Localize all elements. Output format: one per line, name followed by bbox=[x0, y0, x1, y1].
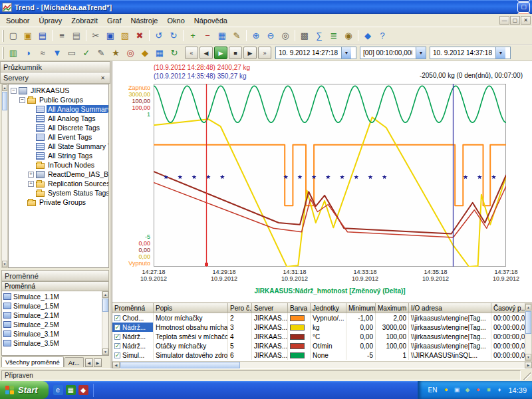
cell-color[interactable] bbox=[288, 313, 311, 323]
layout-button[interactable]: ▦ bbox=[152, 46, 167, 60]
pen-visible-checkbox[interactable]: ✓ bbox=[114, 315, 120, 321]
column-header-i-o-adresa[interactable]: I/O adresa bbox=[409, 303, 491, 313]
table-scrollbar[interactable]: ▲ ▼ bbox=[525, 303, 532, 361]
toolbar-grip-2[interactable] bbox=[2, 47, 4, 59]
jump-end-button[interactable]: » bbox=[258, 47, 271, 59]
undo-button[interactable]: ↺ bbox=[152, 29, 166, 43]
chevron-down-icon[interactable]: ▼ bbox=[495, 47, 505, 59]
cell-minimum[interactable]: -1,00 bbox=[346, 313, 376, 323]
pen-row-ot-ky-m-cha-ky[interactable]: ✓Nádrž...Otáčky míchačky5JIRKAAS...Ot/mi… bbox=[112, 341, 525, 350]
pen-visible-checkbox[interactable]: ✓ bbox=[114, 343, 120, 349]
column-header-jednotky[interactable]: Jednotky bbox=[311, 303, 346, 313]
media-player-icon[interactable]: ◆ bbox=[78, 385, 88, 395]
snapshot-button[interactable]: ◉ bbox=[341, 29, 356, 43]
column-header-maximum[interactable]: Maximum bbox=[376, 303, 409, 313]
cell-minimum[interactable]: -5 bbox=[346, 350, 376, 360]
cell-pen-number[interactable]: 6 bbox=[228, 350, 252, 360]
cell-pen-number[interactable]: 3 bbox=[228, 323, 252, 332]
jump-start-button[interactable]: « bbox=[185, 47, 198, 59]
cell-server[interactable]: JIRKAAS... bbox=[252, 332, 288, 341]
menu-zobrazit[interactable]: Zobrazit bbox=[66, 15, 102, 26]
options-button[interactable]: ◆ bbox=[360, 29, 375, 43]
scroll-up-icon[interactable]: ▲ bbox=[102, 291, 108, 298]
internet-explorer-icon[interactable]: e bbox=[53, 385, 63, 395]
cell-pen-number[interactable]: 4 bbox=[228, 332, 252, 341]
cell-server[interactable]: JIRKAAS... bbox=[252, 313, 288, 323]
cut-button[interactable]: ✂ bbox=[88, 29, 103, 43]
pen-row-teplota-sm-si-v-m-cha-ce[interactable]: ✓Nádrž...Teplota směsi v míchačce4JIRKAA… bbox=[112, 332, 525, 341]
cell-server[interactable]: JIRKAAS... bbox=[252, 323, 288, 332]
cell-pen-number[interactable]: 5 bbox=[228, 341, 252, 350]
cell-variable[interactable]: ✓Nádrž... bbox=[112, 341, 154, 350]
cell-description[interactable]: Simulator datového zdroj... bbox=[154, 350, 228, 360]
cell-time-offset[interactable]: 00:00:00,000 bbox=[491, 313, 525, 323]
cell-units[interactable]: Ot/min bbox=[311, 341, 346, 350]
column-header-prom-nn[interactable]: Proměnná bbox=[112, 303, 154, 313]
save-button[interactable]: ▤ bbox=[35, 29, 50, 43]
cell-time-offset[interactable]: 00:00:00,000 bbox=[491, 350, 525, 360]
variable-simulace-2-5m[interactable]: Simulace_2.5M bbox=[2, 320, 102, 329]
pen-visible-checkbox[interactable]: ✓ bbox=[114, 334, 120, 340]
delete-button[interactable]: ✖ bbox=[132, 29, 147, 43]
table-hscrollbar[interactable]: ◀ ▶ bbox=[112, 361, 532, 368]
historian-tray-icon[interactable]: ■ bbox=[484, 386, 493, 394]
cell-server[interactable]: JIRKAAS... bbox=[252, 341, 288, 350]
column-header-barva[interactable]: Barva bbox=[288, 303, 311, 313]
network-tray-icon[interactable]: ▣ bbox=[452, 386, 461, 394]
scroll-down-icon[interactable]: ▼ bbox=[525, 354, 531, 360]
cell-time-offset[interactable]: 00:00:00,000 bbox=[491, 323, 525, 332]
cell-units[interactable]: None bbox=[311, 350, 346, 360]
tree-item-intouch-nodes[interactable]: InTouch Nodes bbox=[9, 160, 108, 170]
cell-io-address[interactable]: \\jirkaasus\vtengine|Tag... bbox=[409, 313, 491, 323]
refresh-button[interactable]: ↻ bbox=[167, 46, 182, 60]
maximize-button[interactable]: ▢ bbox=[517, 2, 530, 13]
copy-button[interactable]: ▣ bbox=[103, 29, 118, 43]
trend-plot[interactable] bbox=[154, 84, 506, 267]
pen-row-simulator-datov-ho-zdroj[interactable]: ✓Simul...Simulator datového zdroj...6JIR… bbox=[112, 350, 525, 360]
zoom-out-button[interactable]: ⊖ bbox=[263, 29, 278, 43]
grid-button[interactable]: ▩ bbox=[297, 29, 312, 43]
time-range-button[interactable]: ◑ bbox=[21, 46, 35, 60]
cell-time-offset[interactable]: 00:00:00,000 bbox=[491, 341, 525, 350]
stop-button[interactable]: ■ bbox=[229, 47, 242, 59]
help-button[interactable]: ? bbox=[375, 29, 390, 43]
toolbar-grip[interactable] bbox=[2, 30, 4, 42]
cell-color[interactable] bbox=[288, 323, 311, 332]
column-header-pero[interactable]: Pero č. bbox=[228, 303, 252, 313]
cell-color[interactable] bbox=[288, 332, 311, 341]
language-indicator[interactable]: EN bbox=[426, 386, 440, 394]
cell-time-offset[interactable]: 00:00:00,000 bbox=[491, 332, 525, 341]
cell-io-address[interactable]: \\jirkaasus\vtengine|Tag... bbox=[409, 332, 491, 341]
pen-row-motor-m-cha-ky[interactable]: ✓Chod...Motor míchačky2JIRKAAS...Vypnuto… bbox=[112, 313, 525, 323]
events-button[interactable]: ★ bbox=[108, 46, 123, 60]
title-bar[interactable]: Trend - [Míchačka.aaTrend*] —▢✕ bbox=[0, 0, 532, 14]
step-back-button[interactable]: ◀ bbox=[200, 47, 213, 59]
tooltip-button[interactable]: ✎ bbox=[94, 46, 108, 60]
tab-archive[interactable]: Ar... bbox=[65, 357, 84, 367]
menu-n-pov-da[interactable]: Nápověda bbox=[190, 15, 232, 26]
target-button[interactable]: ◎ bbox=[123, 46, 138, 60]
menu-okno[interactable]: Okno bbox=[162, 15, 189, 26]
start-button[interactable]: Start bbox=[0, 381, 49, 399]
scroll-down-icon[interactable]: ▼ bbox=[102, 348, 108, 355]
step-forward-button[interactable]: ▶ bbox=[243, 47, 257, 59]
end-time-picker[interactable]: 10. 9.2012 14:37:18 ▼ bbox=[430, 47, 511, 59]
values-button[interactable]: ✓ bbox=[79, 46, 94, 60]
print-preview-button[interactable]: ▤ bbox=[69, 29, 84, 43]
scaling-button[interactable]: ≣ bbox=[327, 29, 341, 43]
new-trend-button[interactable]: ▢ bbox=[6, 29, 21, 43]
variable-simulace-1-1m[interactable]: Simulace_1.1M bbox=[2, 292, 102, 301]
updates-tray-icon[interactable]: ● bbox=[442, 386, 450, 394]
cell-minimum[interactable]: 0,00 bbox=[346, 323, 376, 332]
tree-scrollbar[interactable]: ▲ ▼ bbox=[1, 84, 8, 268]
cell-variable[interactable]: ✓Simul... bbox=[112, 350, 154, 360]
cell-maximum[interactable]: 100,00 bbox=[376, 332, 409, 341]
cell-variable[interactable]: ✓Chod... bbox=[112, 313, 154, 323]
pen-row-hmotnost-obsahu-m-cha[interactable]: ✓Nádrž...Hmotnost obsahu mícha...3JIRKAA… bbox=[112, 323, 525, 332]
redo-button[interactable]: ↻ bbox=[166, 29, 181, 43]
start-time-picker[interactable]: 10. 9.2012 14:27:18 ▼ bbox=[275, 47, 356, 59]
tree-item-public-groups[interactable]: −Public Groups bbox=[9, 95, 108, 104]
column-header-server[interactable]: Server bbox=[252, 303, 288, 313]
rubber-band-button[interactable]: ▭ bbox=[65, 46, 79, 60]
tree-item-all-discrete-tags[interactable]: All Discrete Tags bbox=[9, 123, 108, 132]
